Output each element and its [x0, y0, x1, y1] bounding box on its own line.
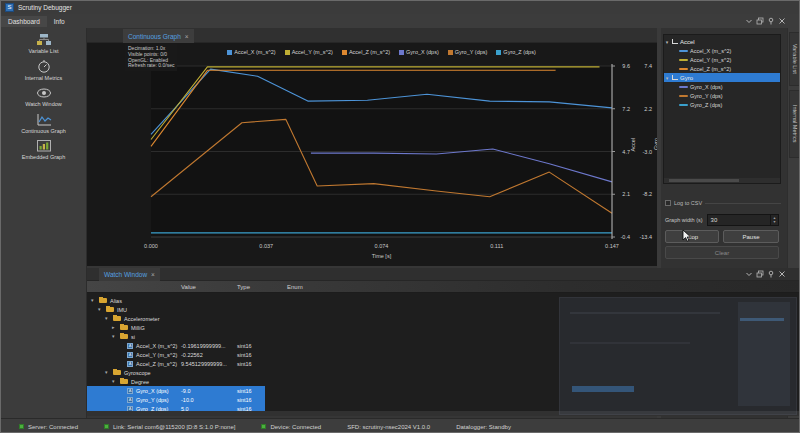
sidebar-item-embedded-graph[interactable]: Embedded Graph — [1, 139, 86, 161]
signal-item-accel-z-m-s-2[interactable]: Accel_Z (m_s^2) — [664, 64, 780, 73]
graph-width-row: Graph width (s) 30 ▲▼ — [665, 214, 779, 226]
menu-item-dashboard[interactable]: Dashboard — [1, 16, 47, 27]
spinner-arrows[interactable]: ▲▼ — [770, 215, 778, 225]
legend-swatch — [285, 50, 290, 55]
signal-item-gyro-z-dps[interactable]: Gyro_Z (dps) — [664, 100, 780, 109]
legend-label: Gyro_Y (dps) — [455, 49, 488, 55]
legend-item-gyro-y-dps[interactable]: Gyro_Y (dps) — [448, 49, 488, 55]
tree-hscrollbar[interactable] — [664, 178, 780, 183]
column-header-enum[interactable]: Enum — [287, 284, 303, 290]
signal-item-gyro-y-dps[interactable]: Gyro_Y (dps) — [664, 91, 780, 100]
legend-item-accel-x-m-s-2[interactable]: Accel_X (m_s^2) — [227, 49, 275, 55]
expander-icon[interactable]: ▾ — [112, 333, 115, 339]
close-icon[interactable]: × — [151, 271, 155, 278]
legend-item-accel-y-m-s-2[interactable]: Accel_Y (m_s^2) — [285, 49, 333, 55]
tab-watch-window-label: Watch Window — [104, 271, 147, 278]
pin-icon[interactable] — [767, 270, 775, 278]
sidebar-item-continuous-graph[interactable]: Continuous Graph — [1, 113, 86, 135]
signal-group-accel[interactable]: ▾Accel — [664, 37, 780, 46]
watch-table-header[interactable]: ValueTypeEnum — [87, 281, 800, 293]
vertical-tab-internal-metrics[interactable]: Internal Metrics — [789, 90, 800, 158]
watch-item-value: -10.0 — [181, 397, 194, 403]
clear-button[interactable]: Clear — [665, 246, 779, 259]
chevron-down-icon[interactable] — [745, 270, 753, 278]
legend-item-gyro-z-dps[interactable]: Gyro_Z (dps) — [496, 49, 535, 55]
folder-icon — [113, 370, 121, 375]
accel-tick-label: 4.7 — [615, 149, 630, 155]
signal-item-label: Accel_X (m_s^2) — [690, 48, 731, 54]
ghost-selection-bar — [572, 386, 634, 392]
signal-group-gyro[interactable]: ▾Gyro — [664, 73, 780, 82]
column-header-value[interactable]: Value — [181, 284, 196, 290]
pause-button[interactable]: Pause — [723, 230, 779, 243]
sidebar-item-internal-metrics[interactable]: Internal Metrics — [1, 60, 86, 82]
sidebar-item-variable-list[interactable]: Variable List — [1, 33, 86, 55]
close-icon[interactable]: × — [185, 33, 189, 40]
tab-continuous-graph[interactable]: Continuous Graph × — [123, 29, 194, 43]
divider — [705, 203, 781, 204]
watch-item-label: Accel_Z (m_s^2) — [136, 361, 177, 367]
expander-icon[interactable]: ▾ — [105, 369, 108, 375]
menu-item-info[interactable]: Info — [47, 16, 72, 27]
expander-icon[interactable]: ▾ — [664, 75, 670, 81]
x-tick-label: 0.147 — [597, 243, 627, 249]
tab-watch-window[interactable]: Watch Window × — [99, 268, 160, 281]
close-icon[interactable] — [778, 17, 786, 25]
pin-icon[interactable] — [767, 17, 775, 25]
vertical-tab-variable-list[interactable]: Variable List — [789, 32, 800, 86]
sidebar-item-label: Continuous Graph — [12, 128, 76, 135]
status-item-datalogger: Datalogger: Standby — [456, 424, 511, 430]
sidebar-item-watch-window[interactable]: Watch Window — [1, 86, 86, 108]
expander-icon[interactable]: ▾ — [105, 315, 108, 321]
float-window-icon[interactable] — [756, 270, 764, 278]
watch-window-icon — [36, 86, 52, 100]
sidebar-item-label: Variable List — [12, 48, 76, 55]
folder-icon — [113, 316, 121, 321]
axis-icon — [672, 75, 678, 80]
expander-icon[interactable]: ▸ — [112, 324, 115, 330]
log-to-csv-label: Log to CSV — [674, 200, 702, 206]
watch-item-value: 9.545129999999... — [181, 361, 227, 367]
menu-bar: DashboardInfo — [1, 14, 800, 28]
watch-item-value: -0.19619999999... — [181, 343, 226, 349]
series-color-icon — [679, 59, 688, 61]
close-icon[interactable] — [778, 270, 786, 278]
expander-icon[interactable]: ▾ — [98, 306, 101, 312]
mouse-cursor — [682, 229, 692, 243]
legend-swatch — [399, 50, 404, 55]
watch-item-type: sint16 — [237, 397, 252, 403]
status-item-sfd: SFD: scrutiny-nsec2024 V1.0.0 — [347, 424, 430, 430]
expander-icon[interactable]: ▾ — [91, 297, 94, 303]
log-to-csv-checkbox[interactable] — [665, 200, 671, 206]
legend-label: Accel_Z (m_s^2) — [349, 49, 390, 55]
legend-item-gyro-x-dps[interactable]: Gyro_X (dps) — [399, 49, 439, 55]
float-window-icon[interactable] — [756, 17, 764, 25]
graph-canvas[interactable] — [87, 43, 657, 266]
status-text: Device: Connected — [270, 424, 321, 430]
signal-item-label: Accel_Z (m_s^2) — [690, 66, 731, 72]
legend-swatch — [227, 50, 232, 55]
sidebar: Variable ListInternal MetricsWatch Windo… — [1, 28, 87, 418]
graph-width-spinner[interactable]: 30 ▲▼ — [707, 214, 779, 226]
sidebar-item-label: Watch Window — [12, 101, 76, 108]
signal-item-accel-x-m-s-2[interactable]: Accel_X (m_s^2) — [664, 46, 780, 55]
folder-icon — [120, 325, 128, 330]
expander-icon[interactable]: ▾ — [664, 39, 670, 45]
folder-icon — [99, 298, 107, 303]
watch-item-type: sint16 — [237, 388, 252, 394]
chevron-down-icon[interactable] — [745, 17, 753, 25]
column-header-type[interactable]: Type — [237, 284, 250, 290]
ghost-blue-text — [740, 318, 784, 321]
legend-item-accel-z-m-s-2[interactable]: Accel_Z (m_s^2) — [342, 49, 390, 55]
watch-item-value: -0.22562 — [181, 352, 203, 358]
stop-button[interactable]: Stop — [665, 230, 719, 243]
signal-group-label: Accel — [680, 39, 695, 45]
status-led — [104, 424, 109, 429]
folder-icon — [120, 379, 128, 384]
series-color-icon — [679, 50, 688, 52]
signal-item-accel-y-m-s-2[interactable]: Accel_Y (m_s^2) — [664, 55, 780, 64]
ghost-line — [570, 342, 690, 344]
watch-item-label: MilliG — [131, 325, 145, 331]
signal-item-gyro-x-dps[interactable]: Gyro_X (dps) — [664, 82, 780, 91]
expander-icon[interactable]: ▾ — [112, 378, 115, 384]
